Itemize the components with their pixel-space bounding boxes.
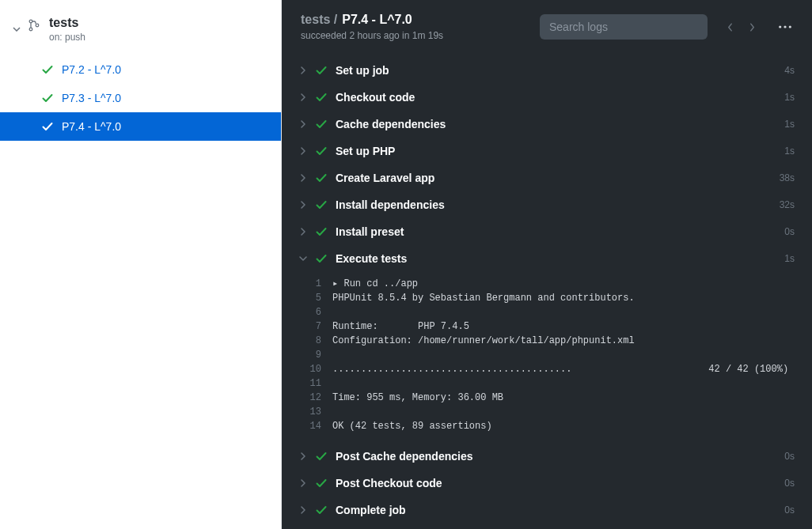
log-line: 11	[299, 376, 795, 391]
breadcrumb-current: P7.4 - L^7.0	[342, 13, 412, 27]
step-label: Install preset	[336, 225, 776, 238]
log-line: 10......................................…	[299, 362, 795, 376]
log-line-text: ........................................…	[332, 362, 788, 376]
check-icon	[41, 63, 54, 76]
log-line-number: 5	[299, 291, 332, 305]
step-duration: 1s	[784, 145, 795, 157]
step-row[interactable]: Post Checkout code0s	[299, 470, 795, 497]
log-line: 9	[299, 348, 795, 362]
workflow-icon	[28, 19, 41, 32]
step-row[interactable]: Checkout code1s	[299, 84, 795, 111]
check-icon	[315, 477, 328, 489]
check-icon	[41, 92, 54, 104]
next-match-button[interactable]	[742, 17, 761, 36]
check-icon	[315, 118, 328, 130]
chevron-right-icon	[299, 228, 307, 236]
sidebar-job-label: P7.4 - L^7.0	[62, 120, 121, 133]
chevron-down-icon	[299, 256, 307, 261]
log-line-number: 9	[299, 348, 332, 362]
step-duration: 1s	[784, 119, 795, 130]
chevron-right-icon	[299, 147, 307, 155]
step-row[interactable]: Create Laravel app38s	[299, 164, 795, 191]
log-line-number: 11	[299, 376, 332, 391]
check-icon	[315, 252, 328, 265]
breadcrumb-parent[interactable]: tests /	[301, 13, 337, 27]
log-line-text: Configuration: /home/runner/work/tall/ap…	[332, 334, 635, 348]
main-panel: tests / P7.4 - L^7.0 succeeded 2 hours a…	[282, 0, 812, 529]
status-text: succeeded 2 hours ago in 1m 19s	[301, 30, 443, 41]
sidebar-job-2[interactable]: P7.4 - L^7.0	[0, 112, 281, 141]
step-row[interactable]: Set up PHP1s	[299, 138, 795, 164]
svg-point-2	[36, 24, 39, 27]
check-icon	[315, 64, 328, 77]
chevron-right-icon	[299, 201, 307, 209]
log-line-number: 14	[299, 419, 332, 433]
step-row[interactable]: Cache dependencies1s	[299, 111, 795, 138]
step-label: Create Laravel app	[336, 172, 772, 184]
prev-match-button[interactable]	[720, 17, 739, 36]
workflow-trigger: on: push	[49, 32, 85, 43]
log-line-text: PHPUnit 8.5.4 by Sebastian Bergmann and …	[332, 291, 635, 305]
step-row[interactable]: Post Cache dependencies0s	[299, 443, 795, 470]
sidebar-job-label: P7.3 - L^7.0	[62, 92, 121, 104]
step-duration: 32s	[780, 199, 795, 210]
workflow-name: tests	[49, 16, 85, 30]
log-line-number: 10	[299, 362, 332, 376]
check-icon	[315, 172, 328, 184]
search-input[interactable]	[540, 14, 708, 40]
chevron-right-icon	[299, 506, 307, 514]
sidebar-job-0[interactable]: P7.2 - L^7.0	[0, 55, 281, 84]
step-label: Cache dependencies	[336, 118, 776, 130]
check-icon	[41, 120, 54, 133]
step-label: Checkout code	[336, 91, 776, 104]
step-label: Set up job	[336, 64, 776, 77]
log-line: 5PHPUnit 8.5.4 by Sebastian Bergmann and…	[299, 291, 795, 305]
breadcrumb: tests / P7.4 - L^7.0	[301, 13, 443, 27]
chevron-right-icon	[299, 452, 307, 460]
log-line-number: 1	[299, 277, 332, 291]
log-output: 1▸ Run cd ../app5PHPUnit 8.5.4 by Sebast…	[299, 272, 795, 443]
log-line-number: 8	[299, 334, 332, 348]
job-list: P7.2 - L^7.0 P7.3 - L^7.0 P7.4 - L^7.0	[0, 52, 281, 141]
chevron-right-icon	[299, 479, 307, 487]
workflow-header: tests on: push	[0, 0, 281, 52]
log-line-number: 12	[299, 391, 332, 405]
step-row[interactable]: Install preset0s	[299, 218, 795, 245]
topbar: tests / P7.4 - L^7.0 succeeded 2 hours a…	[282, 0, 812, 57]
step-label: Complete job	[336, 504, 776, 516]
sidebar-job-1[interactable]: P7.3 - L^7.0	[0, 84, 281, 112]
chevron-right-icon	[299, 93, 307, 101]
step-label: Set up PHP	[336, 145, 776, 157]
log-line-number: 7	[299, 319, 332, 334]
check-icon	[315, 504, 328, 516]
step-duration: 0s	[784, 451, 795, 462]
step-label: Post Checkout code	[336, 477, 776, 489]
step-duration: 4s	[784, 65, 795, 76]
step-duration: 38s	[780, 172, 795, 183]
log-line-number: 13	[299, 405, 332, 419]
log-line-text: Time: 955 ms, Memory: 36.00 MB	[332, 391, 503, 405]
chevron-down-icon[interactable]	[13, 21, 21, 28]
log-line-text: ▸ Run cd ../app	[332, 277, 418, 291]
step-row[interactable]: Execute tests1s	[299, 245, 795, 272]
chevron-right-icon	[299, 120, 307, 128]
step-label: Execute tests	[336, 252, 776, 265]
svg-point-0	[29, 20, 32, 23]
svg-point-3	[779, 25, 781, 28]
log-line: 8Configuration: /home/runner/work/tall/a…	[299, 334, 795, 348]
step-row[interactable]: Install dependencies32s	[299, 191, 795, 218]
step-duration: 1s	[784, 92, 795, 103]
step-row[interactable]: Set up job4s	[299, 57, 795, 84]
log-line: 7Runtime: PHP 7.4.5	[299, 319, 795, 334]
kebab-menu-button[interactable]	[774, 16, 796, 38]
log-line: 12Time: 955 ms, Memory: 36.00 MB	[299, 391, 795, 405]
step-duration: 0s	[784, 478, 795, 489]
svg-point-5	[789, 25, 791, 28]
chevron-right-icon	[299, 174, 307, 182]
check-icon	[315, 225, 328, 238]
log-line: 14OK (42 tests, 89 assertions)	[299, 419, 795, 433]
sidebar: tests on: push P7.2 - L^7.0 P7.3 - L^7.0…	[0, 0, 282, 529]
step-row[interactable]: Complete job0s	[299, 497, 795, 523]
step-label: Install dependencies	[336, 198, 772, 211]
log-line-text: Runtime: PHP 7.4.5	[332, 319, 469, 334]
